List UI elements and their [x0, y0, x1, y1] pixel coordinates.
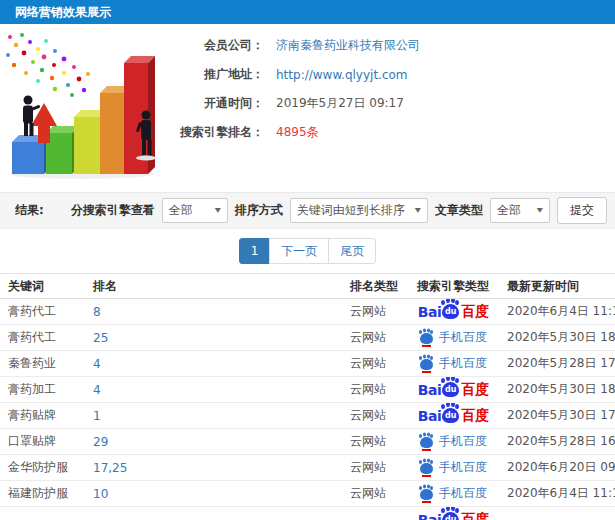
- rank-link[interactable]: 4: [93, 357, 101, 371]
- update-time-cell: 2020年5月28日 16:55: [499, 429, 615, 455]
- mobile-baidu-logo: 手机百度: [420, 485, 487, 502]
- update-time-cell: 2020年5月30日 17:58: [499, 403, 615, 429]
- header-engine-type: 搜索引擎类型: [409, 274, 499, 299]
- engine-view-select[interactable]: 全部 ▼: [162, 198, 228, 223]
- engine-cell: 手机百度: [409, 325, 499, 351]
- table-row: 膏药贴牌 1 云网站 Baidu百度 2020年5月30日 17:58: [0, 403, 615, 429]
- sort-select[interactable]: 关键词由短到长排序 ▼: [290, 198, 428, 223]
- last-page-button[interactable]: 尾页: [328, 238, 376, 264]
- mobile-baidu-logo: 手机百度: [420, 433, 487, 450]
- mobile-baidu-paw-icon: [420, 489, 433, 500]
- baidu-logo: Baidu百度: [418, 381, 489, 399]
- chevron-down-icon: ▼: [537, 207, 543, 214]
- account-info-list: 会员公司： 济南秦鲁药业科技有限公司 推广地址： http://www.qlyy…: [168, 31, 420, 147]
- next-page-button[interactable]: 下一页: [269, 238, 329, 264]
- rank-type-cell: 云网站: [342, 325, 409, 351]
- company-label: 会员公司：: [168, 37, 264, 54]
- mobile-baidu-label: 手机百度: [439, 329, 487, 346]
- baidu-paw-icon: du: [442, 382, 459, 397]
- rank-link[interactable]: 1: [93, 409, 101, 423]
- mobile-baidu-paw-icon: [420, 437, 433, 448]
- confetti-dots: [6, 33, 90, 97]
- update-time-cell: 2020年5月28日 17:02: [499, 351, 615, 377]
- rank-link[interactable]: 4: [93, 383, 101, 397]
- result-label: 结果:: [15, 202, 44, 219]
- promo-url-row: 推广地址： http://www.qlyyjt.com: [168, 60, 420, 89]
- results-table-header: 关键词 排名 排名类型 搜索引擎类型 最新更新时间: [0, 274, 615, 299]
- keyword-cell: 口罩贴牌: [0, 429, 85, 455]
- baidu-logo-bai: Bai: [418, 382, 441, 398]
- rank-count-value: 4895条: [276, 124, 319, 141]
- page-button-1[interactable]: 1: [239, 238, 271, 264]
- mobile-baidu-paw-icon: [420, 463, 433, 474]
- rank-cell: 1: [85, 403, 342, 429]
- baidu-logo-cn: 百度: [461, 303, 489, 321]
- table-row: 口罩贴牌 29 云网站 手机百度 2020年5月28日 16:55: [0, 429, 615, 455]
- update-time-cell: [499, 507, 615, 520]
- account-summary-panel: 会员公司： 济南秦鲁药业科技有限公司 推广地址： http://www.qlyy…: [0, 24, 615, 192]
- results-table-body: 膏药代工 8 云网站 Baidu百度 2020年6月4日 11:15 膏药代工 …: [0, 299, 615, 520]
- rank-link[interactable]: 8: [93, 305, 101, 319]
- pagination: 1 下一页 尾页: [0, 229, 615, 273]
- filter-controls: 分搜索引擎查看 全部 ▼ 排序方式 关键词由短到长排序 ▼ 文章类型 全部 ▼ …: [71, 197, 607, 224]
- baidu-logo-bai: Bai: [418, 304, 441, 320]
- mobile-baidu-logo: 手机百度: [420, 459, 487, 476]
- rank-cell: 29: [85, 429, 342, 455]
- update-time-cell: 2020年5月30日 18:03: [499, 377, 615, 403]
- mobile-baidu-paw-icon: [420, 359, 433, 370]
- rank-cell: 10: [85, 481, 342, 507]
- baidu-logo: Baidu百度: [418, 511, 489, 520]
- header-keyword: 关键词: [0, 274, 85, 299]
- engine-cell: 手机百度: [409, 481, 499, 507]
- company-link[interactable]: 济南秦鲁药业科技有限公司: [276, 37, 420, 54]
- engine-cell: 手机百度: [409, 429, 499, 455]
- baidu-paw-icon: du: [442, 512, 459, 520]
- table-row: 福建防护服 10 云网站 手机百度 2020年6月4日 11:10: [0, 481, 615, 507]
- rank-cell: 4: [85, 377, 342, 403]
- baidu-logo-cn: 百度: [461, 381, 489, 399]
- table-row: 膏药代工 8 云网站 Baidu百度 2020年6月4日 11:15: [0, 299, 615, 325]
- keyword-cell: 膏药代工: [0, 325, 85, 351]
- chevron-down-icon: ▼: [215, 207, 221, 214]
- promo-url-label: 推广地址：: [168, 66, 264, 83]
- table-row: 秦鲁药业 4 云网站 手机百度 2020年5月28日 17:02: [0, 351, 615, 377]
- keyword-cell: 秦鲁药业: [0, 351, 85, 377]
- header-rank-type: 排名类型: [342, 274, 409, 299]
- rank-count-label: 搜索引擎排名：: [168, 124, 264, 141]
- rank-link[interactable]: 25: [93, 331, 108, 345]
- opened-time-row: 开通时间： 2019年5月27日 09:17: [168, 89, 420, 118]
- mobile-baidu-label: 手机百度: [439, 485, 487, 502]
- mobile-baidu-paw-icon: [420, 333, 433, 344]
- promo-url-link[interactable]: http://www.qlyyjt.com: [276, 68, 408, 82]
- table-row: 膏药加工 4 云网站 Baidu百度 2020年5月30日 18:03: [0, 377, 615, 403]
- engine-cell: Baidu百度: [409, 377, 499, 403]
- header-update-time: 最新更新时间: [499, 274, 615, 299]
- article-type-select[interactable]: 全部 ▼: [490, 198, 550, 223]
- rank-cell: 17,25: [85, 455, 342, 481]
- chevron-down-icon: ▼: [415, 207, 421, 214]
- baidu-logo-bai: Bai: [418, 408, 441, 424]
- baidu-paw-icon: du: [442, 304, 459, 319]
- baidu-logo: Baidu百度: [418, 303, 489, 321]
- rank-cell: [85, 507, 342, 520]
- sort-selected: 关键词由短到长排序: [297, 202, 405, 219]
- engine-view-selected: 全部: [169, 202, 193, 219]
- filter-bar: 结果: 分搜索引擎查看 全部 ▼ 排序方式 关键词由短到长排序 ▼ 文章类型 全…: [0, 192, 615, 229]
- window-titlebar: 网络营销效果展示: [0, 0, 615, 24]
- rank-count-row: 搜索引擎排名： 4895条: [168, 118, 420, 147]
- article-type-label: 文章类型: [435, 202, 483, 219]
- submit-button[interactable]: 提交: [557, 197, 607, 224]
- opened-time-value: 2019年5月27日 09:17: [276, 95, 404, 112]
- rank-type-cell: 云网站: [342, 403, 409, 429]
- rank-link[interactable]: 10: [93, 487, 108, 501]
- article-type-selected: 全部: [497, 202, 521, 219]
- rank-type-cell: 云网站: [342, 481, 409, 507]
- keyword-cell: 膏药贴牌: [0, 403, 85, 429]
- engine-cell: Baidu百度: [409, 403, 499, 429]
- rank-link[interactable]: 29: [93, 435, 108, 449]
- mobile-baidu-logo: 手机百度: [420, 329, 487, 346]
- rank-link[interactable]: 17,25: [93, 461, 127, 475]
- keyword-cell: 金华防护服: [0, 455, 85, 481]
- rank-type-cell: 云网站: [342, 377, 409, 403]
- rank-cell: 8: [85, 299, 342, 325]
